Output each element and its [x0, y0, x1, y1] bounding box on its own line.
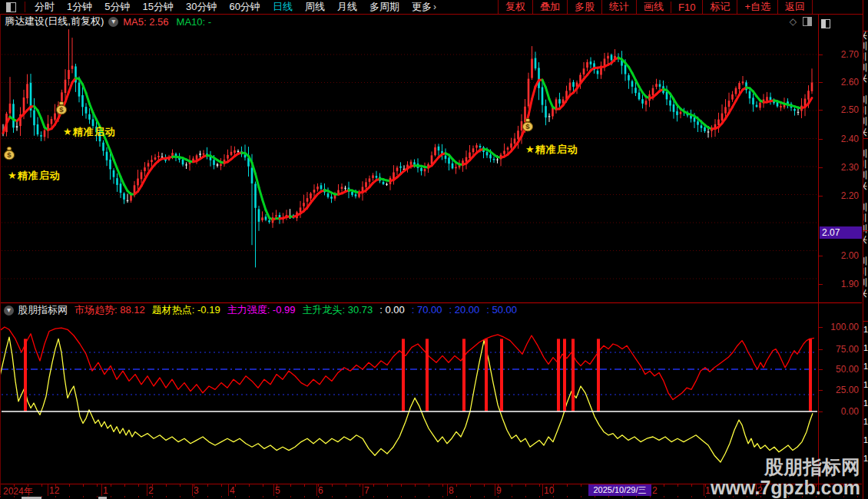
indicator-axis-label-tick — [819, 411, 823, 412]
diamond-icon[interactable]: ◇ — [790, 16, 797, 27]
toolbar-item-0[interactable]: 分时 — [28, 1, 61, 12]
chart-title-row: 腾达建设(日线,前复权) ▾ MA5: 2.56 MA10: - ◇ — [0, 14, 818, 29]
price-axis[interactable]: 2.702.602.502.402.302.202.001.90100.0075… — [818, 14, 863, 495]
time-axis[interactable]: 2024年12123456789102122025/10/29/三 — [0, 484, 862, 497]
indicator-axis-label: 0.00 — [841, 406, 859, 417]
ma10-value: MA10: - — [177, 16, 212, 28]
toolbar-item-8[interactable]: 月线 — [331, 1, 363, 12]
clipped-digit: 1 — [863, 326, 868, 334]
clipped-digit: 1 — [863, 381, 868, 389]
price-axis-label-tick — [819, 196, 823, 197]
clipped-glyph: 川 — [863, 52, 867, 61]
indicator-header-item-5: : 0.00 — [379, 304, 405, 316]
indicator-axis-label: 75.00 — [836, 344, 859, 355]
indicator-collapse-icon[interactable]: ▾ — [4, 306, 14, 316]
toolbar-item-2[interactable]: 5分钟 — [98, 1, 136, 12]
panel-layout-icon[interactable] — [803, 17, 812, 26]
indicator-header-item-3: 主力强度: -0.99 — [227, 304, 296, 316]
clipped-glyph: 川 — [863, 213, 867, 223]
period-toolbar: 分时1分钟5分钟15分钟30分钟60分钟日线周线月线多周期更多› — [0, 0, 442, 14]
clipped-glyph: 训 — [863, 41, 867, 51]
axis-panel-icon[interactable] — [821, 19, 830, 28]
month-separator — [363, 484, 363, 496]
toolbar-button-5[interactable]: F10 — [671, 2, 702, 13]
toolbar-button-1[interactable]: 叠加 — [532, 0, 567, 14]
toolbar-item-5[interactable]: 60分钟 — [223, 1, 266, 12]
clipped-glyph: 训 — [863, 170, 867, 180]
indicator-header-item-1: 市场趋势: 88.12 — [75, 304, 145, 316]
window-split-icon[interactable] — [6, 2, 16, 12]
toolbar-item-10[interactable]: 更多› — [406, 1, 442, 12]
toolbar-button-4[interactable]: 画线 — [636, 0, 671, 14]
clipped-glyph: 讠 — [863, 246, 867, 255]
money-bag-icon: $ — [2, 145, 17, 160]
collapse-chevron-icon[interactable]: ▾ — [108, 17, 118, 27]
toolbar-button-8[interactable]: 返回 — [777, 0, 813, 14]
clipped-digit: 1 — [863, 418, 868, 426]
top-toolbar: 分时1分钟5分钟15分钟30分钟60分钟日线周线月线多周期更多› 复权叠加多股统… — [0, 0, 868, 15]
price-axis-label: 2.30 — [841, 162, 859, 173]
indicator-header-item-2: 题材热点: -0.19 — [152, 304, 220, 316]
main-candlestick-chart[interactable] — [0, 29, 818, 302]
time-axis-label: 1 — [705, 485, 711, 496]
price-axis-label-tick — [819, 284, 823, 285]
time-axis-label: 2 — [652, 485, 658, 496]
indicator-header-item-6: : 70.00 — [412, 304, 442, 316]
toolbar-item-4[interactable]: 30分钟 — [180, 1, 223, 12]
toolbar-button-3[interactable]: 统计 — [601, 0, 636, 14]
svg-text:$: $ — [7, 150, 12, 159]
theme-hotspot-line — [0, 337, 813, 462]
clipped-digit: 1 — [863, 399, 868, 408]
month-separator — [756, 484, 757, 496]
indicator-axis-label: 50.00 — [836, 364, 859, 375]
price-axis-label-tick — [819, 82, 823, 83]
time-axis-label: 4 — [230, 485, 235, 496]
signal-bars — [24, 339, 812, 411]
month-separator — [316, 484, 317, 496]
time-axis-label: 1 — [103, 485, 108, 496]
price-axis-label: 2.40 — [841, 134, 859, 144]
candles-layer — [2, 29, 813, 267]
precise-launch-label: ★精准启动 — [525, 143, 578, 157]
market-trend-line — [0, 327, 814, 400]
indicator-axis-label-tick — [819, 390, 823, 391]
toolbar-item-7[interactable]: 周线 — [299, 1, 331, 12]
toolbar-item-1[interactable]: 1分钟 — [61, 1, 98, 12]
month-separator — [101, 484, 102, 496]
money-bag-icon: $ — [54, 100, 69, 115]
toolbar-button-6[interactable]: 标记 — [702, 0, 737, 14]
clipped-glyph: 训 — [863, 203, 867, 212]
clipped-glyph: 川 — [863, 160, 867, 169]
clipped-glyph: 讠 — [863, 138, 867, 147]
svg-text:$: $ — [59, 105, 64, 114]
price-axis-label-tick — [819, 167, 823, 168]
precise-launch-label: ★精准启动 — [8, 169, 61, 183]
toolbar-button-2[interactable]: 多股 — [567, 0, 601, 14]
month-separator — [542, 484, 543, 496]
month-separator — [273, 484, 274, 496]
clipped-glyph: 训 — [863, 117, 867, 126]
indicator-chart[interactable] — [0, 318, 818, 484]
sliver-separator — [863, 230, 868, 231]
clipped-glyph: 训 — [863, 95, 867, 104]
toolbar-divider — [25, 2, 25, 12]
clipped-glyph: 训 — [863, 224, 867, 233]
price-axis-label: 2.50 — [841, 104, 859, 115]
clipped-digit: 1 — [863, 362, 868, 371]
toolbar-button-7[interactable]: +自选 — [737, 0, 777, 14]
clipped-glyph: 川 — [863, 267, 867, 276]
toolbar-button-0[interactable]: 复权 — [498, 0, 532, 14]
month-separator — [48, 484, 48, 496]
time-axis-label: 5 — [275, 485, 280, 496]
clipped-glyph: 川 — [863, 106, 867, 115]
toolbar-item-9[interactable]: 多周期 — [363, 1, 406, 12]
clipped-digit: 1 — [863, 436, 868, 444]
toolbar-item-6[interactable]: 日线 — [267, 1, 299, 12]
indicator-header-item-4: 主升龙头: 30.73 — [302, 304, 373, 316]
trading-app-window: 分时1分钟5分钟15分钟30分钟60分钟日线周线月线多周期更多› 复权叠加多股统… — [0, 0, 868, 499]
price-axis-label-tick — [819, 110, 823, 111]
left-frame-line — [0, 14, 1, 495]
sliver-separator — [863, 321, 868, 322]
toolbar-item-3[interactable]: 15分钟 — [136, 1, 179, 12]
price-axis-label: 2.60 — [841, 77, 859, 88]
